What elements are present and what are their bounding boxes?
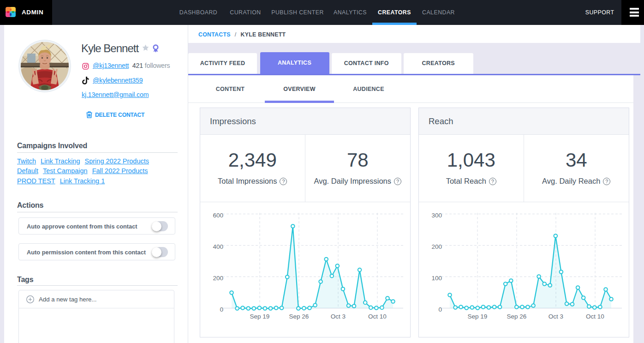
svg-text:Sep 26: Sep 26 — [289, 313, 309, 320]
svg-text:300: 300 — [431, 212, 442, 219]
svg-text:200: 200 — [213, 275, 223, 282]
svg-text:Oct 3: Oct 3 — [331, 313, 346, 320]
svg-text:Sep 19: Sep 19 — [468, 313, 488, 320]
svg-text:0: 0 — [220, 306, 223, 313]
svg-text:Oct 3: Oct 3 — [549, 313, 563, 320]
svg-text:400: 400 — [213, 243, 223, 250]
svg-text:0: 0 — [438, 306, 442, 313]
svg-text:Oct 10: Oct 10 — [368, 313, 387, 320]
svg-text:200: 200 — [431, 243, 442, 250]
svg-text:100: 100 — [431, 275, 442, 282]
svg-text:Oct 10: Oct 10 — [586, 313, 604, 320]
svg-text:600: 600 — [213, 212, 223, 219]
svg-text:Sep 19: Sep 19 — [250, 313, 270, 320]
svg-text:Sep 26: Sep 26 — [507, 313, 527, 320]
